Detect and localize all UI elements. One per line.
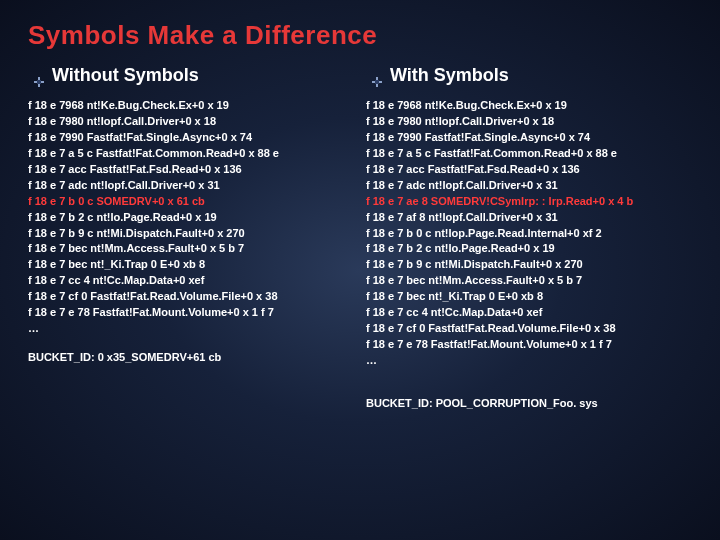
left-heading: Without Symbols [52,65,199,86]
right-stack-trace: f 18 e 7968 nt!Ke.Bug.Check.Ex+0 x 19f 1… [366,98,692,369]
stack-frame: f 18 e 7 adc nt!Iopf.Call.Driver+0 x 31 [28,178,354,194]
stack-frame: f 18 e 7 b 2 c nt!Io.Page.Read+0 x 19 [366,241,692,257]
title-text: Symbols Make a Difference [28,20,377,50]
left-bucket-id: BUCKET_ID: 0 x35_SOMEDRV+61 cb [28,351,354,363]
right-heading: With Symbols [390,65,509,86]
stack-frame: f 18 e 7 b 9 c nt!Mi.Dispatch.Fault+0 x … [28,226,354,242]
bullet-icon [372,71,382,81]
stack-frame: f 18 e 7 adc nt!Iopf.Call.Driver+0 x 31 [366,178,692,194]
stack-frame: f 18 e 7 e 78 Fastfat!Fat.Mount.Volume+0… [28,305,354,321]
stack-frame: f 18 e 7 b 0 c nt!Iop.Page.Read.Internal… [366,226,692,242]
columns: Without Symbols f 18 e 7968 nt!Ke.Bug.Ch… [28,65,692,409]
stack-frame: f 18 e 7 b 0 c SOMEDRV+0 x 61 cb [28,194,354,210]
stack-frame: f 18 e 7 b 2 c nt!Io.Page.Read+0 x 19 [28,210,354,226]
stack-frame: f 18 e 7 acc Fastfat!Fat.Fsd.Read+0 x 13… [28,162,354,178]
left-stack-trace: f 18 e 7968 nt!Ke.Bug.Check.Ex+0 x 19f 1… [28,98,354,337]
stack-frame: f 18 e 7 cc 4 nt!Cc.Map.Data+0 xef [366,305,692,321]
right-heading-row: With Symbols [372,65,692,86]
stack-frame: f 18 e 7980 nt!Iopf.Call.Driver+0 x 18 [366,114,692,130]
stack-frame: f 18 e 7 acc Fastfat!Fat.Fsd.Read+0 x 13… [366,162,692,178]
stack-frame: f 18 e 7980 nt!Iopf.Call.Driver+0 x 18 [28,114,354,130]
stack-frame: f 18 e 7 bec nt!Mm.Access.Fault+0 x 5 b … [366,273,692,289]
left-column: Without Symbols f 18 e 7968 nt!Ke.Bug.Ch… [28,65,354,409]
svg-rect-5 [375,80,379,84]
stack-frame: f 18 e 7 b 9 c nt!Mi.Dispatch.Fault+0 x … [366,257,692,273]
stack-frame: … [28,321,354,337]
right-column: With Symbols f 18 e 7968 nt!Ke.Bug.Check… [366,65,692,409]
stack-frame: f 18 e 7 bec nt!_Ki.Trap 0 E+0 xb 8 [28,257,354,273]
stack-frame: f 18 e 7 e 78 Fastfat!Fat.Mount.Volume+0… [366,337,692,353]
stack-frame: f 18 e 7 a 5 c Fastfat!Fat.Common.Read+0… [28,146,354,162]
stack-frame: f 18 e 7990 Fastfat!Fat.Single.Async+0 x… [28,130,354,146]
stack-frame: f 18 e 7 cf 0 Fastfat!Fat.Read.Volume.Fi… [366,321,692,337]
stack-frame: f 18 e 7 bec nt!Mm.Access.Fault+0 x 5 b … [28,241,354,257]
slide: Symbols Make a Difference Without Symbol… [0,0,720,419]
stack-frame: f 18 e 7 cf 0 Fastfat!Fat.Read.Volume.Fi… [28,289,354,305]
stack-frame: f 18 e 7 bec nt!_Ki.Trap 0 E+0 xb 8 [366,289,692,305]
stack-frame: f 18 e 7990 Fastfat!Fat.Single.Async+0 x… [366,130,692,146]
stack-frame: f 18 e 7968 nt!Ke.Bug.Check.Ex+0 x 19 [366,98,692,114]
left-heading-row: Without Symbols [34,65,354,86]
stack-frame: f 18 e 7 af 8 nt!Iopf.Call.Driver+0 x 31 [366,210,692,226]
stack-frame: … [366,353,692,369]
slide-title: Symbols Make a Difference [28,20,692,51]
stack-frame: f 18 e 7968 nt!Ke.Bug.Check.Ex+0 x 19 [28,98,354,114]
stack-frame: f 18 e 7 a 5 c Fastfat!Fat.Common.Read+0… [366,146,692,162]
right-bucket-id: BUCKET_ID: POOL_CORRUPTION_Foo. sys [366,397,692,409]
stack-frame: f 18 e 7 cc 4 nt!Cc.Map.Data+0 xef [28,273,354,289]
svg-rect-2 [37,80,41,84]
stack-frame: f 18 e 7 ae 8 SOMEDRV!CSymIrp: : Irp.Rea… [366,194,692,210]
bullet-icon [34,71,44,81]
